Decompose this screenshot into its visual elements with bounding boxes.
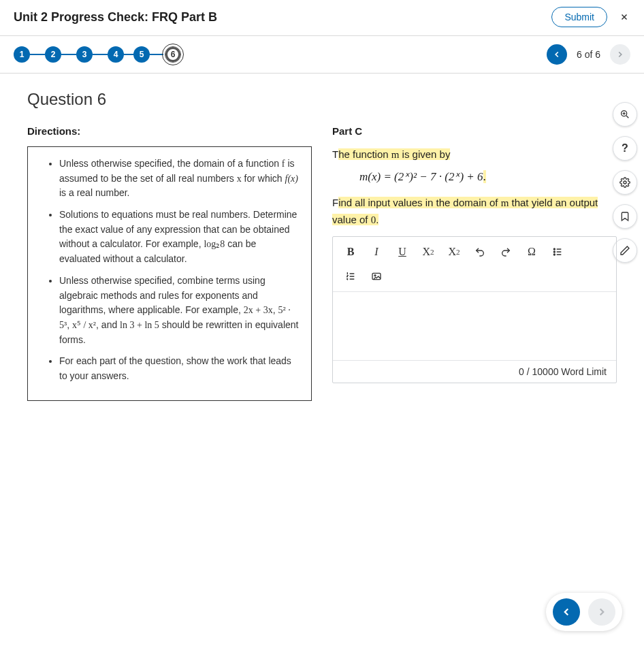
chevron-left-icon [552,50,562,59]
bottom-nav [546,593,622,631]
word-limit-label: 0 / 10000 Word Limit [333,360,616,383]
special-char-button[interactable]: Ω [519,241,544,263]
question-title: Question 6 [27,90,617,109]
redo-button[interactable] [494,241,518,263]
step-4[interactable]: 4 [108,46,124,63]
directions-item-4: For each part of the question, show the … [59,354,299,383]
italic-button[interactable]: I [364,241,389,263]
close-button[interactable] [618,11,630,23]
step-3[interactable]: 3 [76,46,93,63]
redo-icon [500,246,511,257]
nav-counter: 6 of 6 [577,49,600,60]
close-icon [619,12,629,22]
nav-prev-top[interactable] [547,44,567,65]
directions-item-3: Unless otherwise specified, combine term… [59,274,299,347]
editor-toolbar: B I U X2 X2 Ω [333,237,616,292]
numbered-list-button[interactable] [338,265,363,287]
svg-point-4 [553,254,555,255]
directions-box: Unless otherwise specified, the domain o… [27,146,312,401]
part-equation: m(x) = (2ˣ)² − 7 · (2ˣ) + 6. [332,163,617,195]
nav-next-bottom [588,598,615,626]
image-icon [371,271,382,282]
part-label: Part C [332,125,617,137]
insert-image-button[interactable] [364,265,389,287]
part-line-1: The function m is given by [332,146,617,163]
svg-point-6 [374,275,376,276]
numbered-list-icon [345,271,356,282]
step-indicator: 1 2 3 4 5 6 [14,46,181,63]
nav-prev-bottom[interactable] [553,598,580,626]
response-editor: B I U X2 X2 Ω [332,236,617,383]
bullet-list-icon [552,246,563,257]
step-6[interactable]: 6 [165,46,181,63]
page-title: Unit 2 Progress Check: FRQ Part B [14,10,217,25]
directions-item-2: Solutions to equations must be real numb… [59,208,299,267]
step-1[interactable]: 1 [14,46,30,63]
undo-button[interactable] [468,241,492,263]
svg-point-2 [553,248,555,250]
nav-next-top [610,44,630,65]
part-body: The function m is given by m(x) = (2ˣ)² … [332,146,617,228]
chevron-right-icon [615,50,625,59]
undo-icon [474,246,485,257]
step-2[interactable]: 2 [45,46,61,63]
svg-point-3 [553,251,555,253]
chevron-right-icon [596,606,608,618]
superscript-button[interactable]: X2 [416,241,440,263]
underline-button[interactable]: U [390,241,415,263]
directions-header: Directions: [27,125,312,137]
submit-button[interactable]: Submit [551,7,607,27]
bullet-list-button[interactable] [545,241,570,263]
chevron-left-icon [560,606,573,618]
subscript-button[interactable]: X2 [442,241,466,263]
editor-textarea[interactable] [333,292,616,360]
part-line-2: Find all input values in the domain of m… [332,195,617,229]
step-5[interactable]: 5 [133,46,150,63]
bold-button[interactable]: B [338,241,363,263]
directions-item-1: Unless otherwise specified, the domain o… [59,157,299,201]
